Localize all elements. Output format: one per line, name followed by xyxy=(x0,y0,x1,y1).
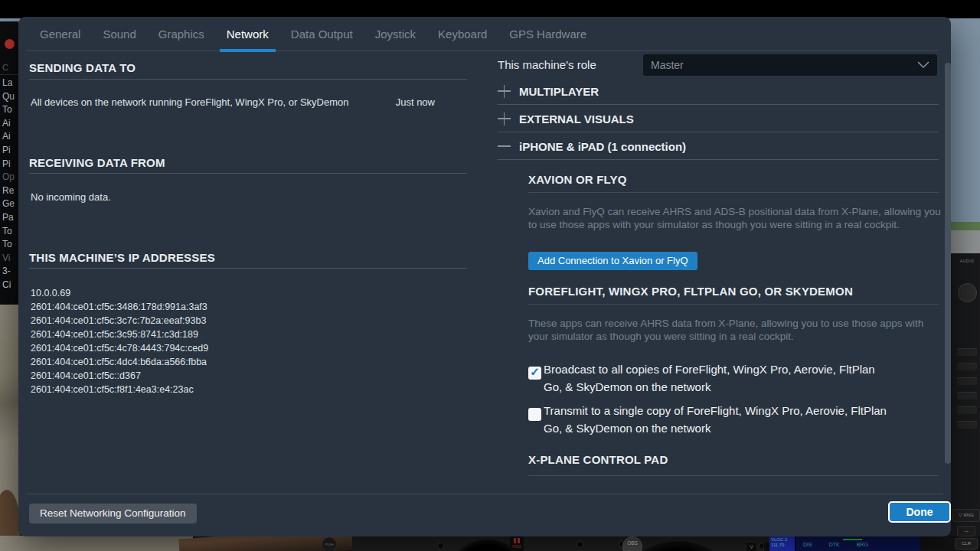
list-item: Qu xyxy=(2,90,15,104)
checkbox[interactable]: ✓ xyxy=(528,367,541,380)
footer-divider xyxy=(26,494,943,494)
tab-graphics[interactable]: Graphics xyxy=(157,17,206,51)
ip-addresses-title: THIS MACHINE’S IP ADDRESSES xyxy=(29,251,215,264)
ip-address: 2601:404:ce01:cf5c:3c7c:7b2a:eeaf:93b3 xyxy=(31,314,208,328)
list-item: Pi xyxy=(2,158,15,171)
background-window-list: La Qu To Ai Ai Pi Pi Op Re Ge Pa To To V… xyxy=(2,77,15,292)
list-item: Pa xyxy=(2,211,15,225)
radio-button[interactable] xyxy=(957,421,977,429)
push-knob[interactable]: PUSH xyxy=(322,537,337,551)
sending-timestamp: Just now xyxy=(396,96,435,108)
section-iphone-ipad[interactable]: iPHONE & iPAD (1 connection) xyxy=(498,138,686,155)
ip-address: 2601:404:ce01:cf5c:3c95:8741:c3d:189 xyxy=(31,328,208,341)
divider xyxy=(528,192,939,193)
audio-panel-label: AUDIO xyxy=(954,259,980,263)
divider xyxy=(528,475,939,476)
list-item: Vi xyxy=(2,252,15,266)
list-item: Op xyxy=(2,171,15,184)
divider xyxy=(29,173,467,174)
checkbox-broadcast-all[interactable]: ✓ Broadcast to all copies of ForeFlight,… xyxy=(528,360,888,396)
rng-button[interactable]: ▽ RNG xyxy=(952,509,980,522)
ip-address: 2601:404:ce01:cf5c:4dc4:b6da:a566:fbba xyxy=(31,355,208,369)
radio-button[interactable] xyxy=(957,406,977,414)
chevron-down-icon xyxy=(917,61,929,69)
radio-button[interactable] xyxy=(957,363,977,370)
section-external-visuals[interactable]: EXTERNAL VISUALS xyxy=(498,110,634,127)
tab-data-output[interactable]: Data Output xyxy=(289,17,354,51)
foreflight-description: These apps can receive AHRS data from X-… xyxy=(528,318,942,343)
reset-networking-button[interactable]: Reset Networking Configuration xyxy=(29,504,197,523)
list-item: Pi xyxy=(2,144,15,158)
tab-gps-hardware[interactable]: GPS Hardware xyxy=(508,17,588,51)
ip-address: 2601:404:ce01:cf5c:f8f1:4ea3:e4:23ac xyxy=(31,383,208,396)
checkmark-icon: ✓ xyxy=(528,366,541,378)
list-item: 3- xyxy=(2,265,15,279)
list-item: Ge xyxy=(2,197,15,211)
machine-role-value: Master xyxy=(651,54,684,76)
no-incoming-data-text: No incoming data. xyxy=(31,191,111,203)
pan-button[interactable]: ↔ xyxy=(957,526,975,536)
screen: C La Qu To Ai Ai Pi Pi Op Re Ge Pa To To… xyxy=(0,0,980,551)
divider xyxy=(29,79,467,80)
radio-button[interactable] xyxy=(957,377,977,385)
list-item: Re xyxy=(2,184,15,198)
screw-icon xyxy=(437,543,444,549)
list-item: Ci xyxy=(2,279,15,292)
radio-button[interactable] xyxy=(957,348,977,356)
receiving-data-title: RECEIVING DATA FROM xyxy=(29,156,165,169)
gps-frequency-display: VLOC 2 111.70 xyxy=(769,536,795,551)
ip-address: 2601:404:ce01:cf5c:3486:178d:991a:3af3 xyxy=(31,300,208,314)
ip-address: 10.0.0.69 xyxy=(31,286,208,300)
close-window-button[interactable] xyxy=(5,39,15,49)
screw-icon xyxy=(577,541,583,548)
gps-freq-label: VLOC 2 xyxy=(771,537,795,543)
machine-role-dropdown[interactable]: Master xyxy=(643,54,937,76)
list-item: Ai xyxy=(2,117,15,131)
sending-device-row: All devices on the network running ForeF… xyxy=(31,96,348,108)
divider xyxy=(498,132,939,132)
clr-button[interactable]: CLR xyxy=(955,538,978,549)
collapse-icon xyxy=(498,140,511,153)
list-item: To xyxy=(2,103,15,117)
radio-knob[interactable] xyxy=(958,283,977,302)
divider xyxy=(498,159,939,160)
add-xavion-connection-button[interactable]: Add Connection to Xavion or FlyQ xyxy=(528,252,697,270)
background-window-title: C xyxy=(2,63,8,72)
scrollbar-thumb[interactable] xyxy=(945,63,951,464)
checkbox-transmit-single[interactable]: ✓ Transmit to a single copy of ForeFligh… xyxy=(528,402,888,437)
gps-field-dis: DIS xyxy=(803,542,812,547)
top-black-bar xyxy=(0,0,980,18)
background-window: C La Qu To Ai Ai Pi Pi Op Re Ge Pa To To… xyxy=(0,21,18,305)
settings-tab-bar: General Sound Graphics Network Data Outp… xyxy=(18,17,951,51)
tab-general[interactable]: General xyxy=(38,17,82,51)
expand-icon xyxy=(498,112,511,126)
foreflight-title: FOREFLIGHT, WINGX PRO, FLTPLAN GO, OR SK… xyxy=(528,285,853,298)
gps-track-line xyxy=(843,539,862,540)
tarmac-ground-bottom xyxy=(0,536,193,551)
tab-joystick[interactable]: Joystick xyxy=(374,17,417,51)
done-button[interactable]: Done xyxy=(888,501,951,523)
xavion-title: XAVION OR FLYQ xyxy=(528,173,627,186)
divider xyxy=(528,304,939,305)
tab-network[interactable]: Network xyxy=(225,17,270,51)
ip-address-list: 10.0.0.69 2601:404:ce01:cf5c:3486:178d:9… xyxy=(31,286,208,396)
checkbox[interactable]: ✓ xyxy=(528,408,541,421)
list-item: To xyxy=(2,238,15,252)
divider xyxy=(0,74,18,75)
gps-field-brg: BRG xyxy=(857,542,868,547)
tab-keyboard[interactable]: Keyboard xyxy=(436,17,488,51)
list-item: Ai xyxy=(2,130,15,144)
hdg-bars-icon xyxy=(514,538,520,543)
ip-address: 2601:404:ce01:cf5c:4c78:4443:794c:ced9 xyxy=(31,341,208,355)
radio-button[interactable] xyxy=(957,392,977,399)
tab-sound[interactable]: Sound xyxy=(101,17,137,51)
ip-address: 2601:404:ce01:cf5c::d367 xyxy=(31,369,208,383)
settings-dialog: General Sound Graphics Network Data Outp… xyxy=(18,17,951,536)
section-multiplayer[interactable]: MULTIPLAYER xyxy=(498,83,599,99)
expand-icon xyxy=(498,85,511,98)
list-item: La xyxy=(2,77,15,90)
gps-map-display: ◄► DIS DTK BRG xyxy=(795,536,921,551)
obs-button[interactable]: OBS xyxy=(622,536,642,551)
panel-button-v[interactable]: V xyxy=(746,542,757,551)
hdg-button[interactable]: HDG xyxy=(510,536,524,551)
